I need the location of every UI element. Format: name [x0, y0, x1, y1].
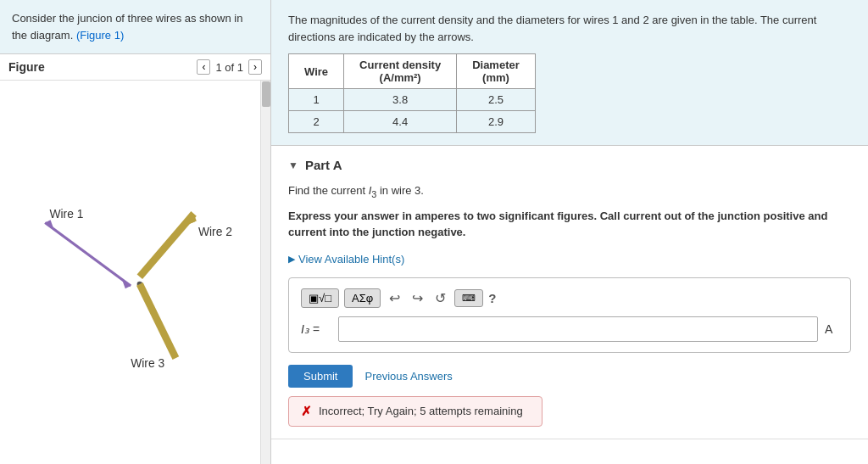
right-panel: The magnitudes of the current density an…	[271, 0, 868, 464]
svg-line-0	[45, 223, 131, 286]
part-collapse-arrow[interactable]: ▼	[288, 159, 298, 171]
table-description: The magnitudes of the current density an…	[288, 12, 851, 45]
figure-header: Figure ‹ 1 of 1 ›	[0, 54, 270, 81]
equation-label: I₃ =	[301, 322, 331, 336]
figure-canvas: Wire 1 Wire 2 Wire 3	[0, 81, 270, 464]
diameter-1: 2.5	[457, 89, 536, 111]
answer-input[interactable]	[338, 316, 818, 342]
figure-title: Figure	[8, 60, 45, 74]
hint-arrow-icon: ▶	[288, 254, 295, 265]
svg-text:Wire 2: Wire 2	[198, 225, 232, 238]
table-row: 1 3.8 2.5	[289, 89, 536, 111]
table-row: 2 4.4 2.9	[289, 111, 536, 133]
input-row: I₃ = A	[301, 316, 838, 342]
next-figure-button[interactable]: ›	[248, 59, 262, 75]
error-icon: ✗	[301, 404, 312, 419]
previous-answers-link[interactable]: Previous Answers	[364, 370, 452, 383]
part-label: Part A	[305, 158, 342, 172]
error-message: Incorrect; Try Again; 5 attempts remaini…	[319, 405, 523, 417]
problem-info-box: The magnitudes of the current density an…	[271, 0, 868, 146]
greek-button[interactable]: ΑΣφ	[344, 288, 381, 308]
hint-link[interactable]: ▶ View Available Hint(s)	[288, 253, 851, 266]
current-density-2: 4.4	[344, 111, 457, 133]
figure-page-indicator: 1 of 1	[215, 61, 243, 74]
svg-text:Wire 3: Wire 3	[131, 356, 164, 370]
wire-1: 1	[289, 89, 344, 111]
problem-text: Consider the juncion of three wires as s…	[12, 12, 242, 42]
error-box: ✗ Incorrect; Try Again; 5 attempts remai…	[288, 396, 542, 427]
svg-text:Wire 1: Wire 1	[49, 207, 83, 221]
hint-text: View Available Hint(s)	[298, 253, 404, 266]
part-header: ▼ Part A	[288, 158, 851, 172]
format-button[interactable]: ▣√□	[301, 288, 339, 308]
toolbar: ▣√□ ΑΣφ ↩ ↪ ↺ ⌨ ?	[301, 288, 838, 308]
problem-description-box: Consider the juncion of three wires as s…	[0, 0, 270, 54]
data-table: Wire Current density(A/mm²) Diameter(mm)…	[288, 53, 536, 133]
svg-line-4	[140, 214, 194, 277]
scrollbar[interactable]	[260, 81, 270, 464]
keyboard-button[interactable]: ⌨	[454, 289, 483, 307]
left-panel: Consider the juncion of three wires as s…	[0, 0, 271, 464]
find-text: Find the current I3 in wire 3.	[288, 184, 851, 199]
prev-figure-button[interactable]: ‹	[197, 59, 210, 75]
col-diameter: Diameter(mm)	[457, 54, 536, 89]
submit-row: Submit Previous Answers	[288, 365, 851, 388]
col-current-density: Current density(A/mm²)	[344, 54, 457, 89]
answer-box: ▣√□ ΑΣφ ↩ ↪ ↺ ⌨ ? I₃ = A	[288, 277, 851, 353]
subscript-3: 3	[371, 189, 376, 199]
current-density-1: 3.8	[344, 89, 457, 111]
submit-button[interactable]: Submit	[288, 365, 353, 388]
unit-label: A	[825, 322, 838, 336]
undo-button[interactable]: ↩	[386, 288, 403, 308]
diameter-2: 2.9	[457, 111, 536, 133]
col-wire: Wire	[289, 54, 344, 89]
figure-section: Figure ‹ 1 of 1 › Wire 1	[0, 54, 270, 464]
redo-button[interactable]: ↪	[409, 288, 426, 308]
figure-link[interactable]: (Figure 1)	[76, 29, 124, 42]
svg-line-9	[140, 284, 176, 358]
part-a-section: ▼ Part A Find the current I3 in wire 3. …	[271, 146, 868, 439]
figure-diagram: Wire 1 Wire 2 Wire 3	[0, 81, 270, 464]
scroll-thumb[interactable]	[262, 81, 270, 107]
figure-nav: ‹ 1 of 1 ›	[197, 59, 262, 75]
wire-2: 2	[289, 111, 344, 133]
express-text: Express your answer in amperes to two si…	[288, 208, 851, 241]
reset-button[interactable]: ↺	[431, 288, 449, 308]
help-button[interactable]: ?	[488, 291, 496, 305]
